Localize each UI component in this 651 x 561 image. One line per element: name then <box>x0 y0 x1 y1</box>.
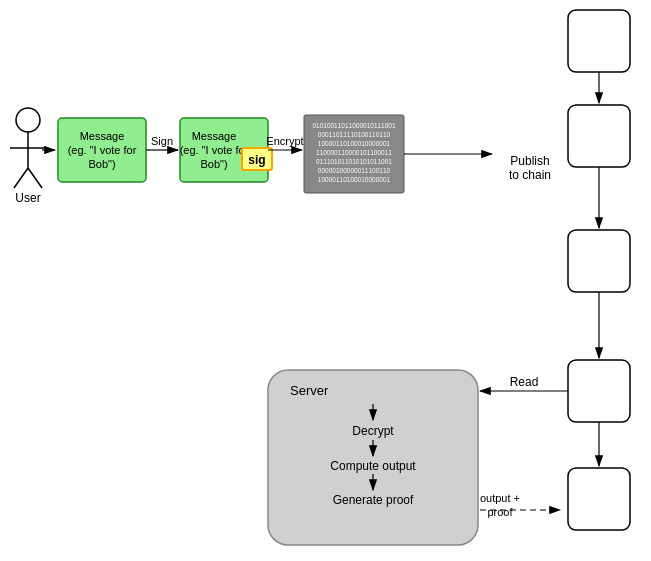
user-head <box>16 108 40 132</box>
enc-line2: 00011011110100110110 <box>318 131 391 138</box>
encrypt-label: Encrypt <box>266 135 303 147</box>
chain-box-2 <box>568 105 630 167</box>
enc-line1: 01010011011000010111001 <box>312 122 396 129</box>
enc-line4: 110000110000101100011 <box>316 149 392 156</box>
user-label: User <box>15 191 40 205</box>
chain-box-5 <box>568 468 630 530</box>
server-label: Server <box>290 383 329 398</box>
decrypt-label: Decrypt <box>352 424 394 438</box>
publish-line1: Publish <box>510 154 549 168</box>
enc-line5: 011101011010101011001 <box>316 158 392 165</box>
publish-line2: to chain <box>509 168 551 182</box>
message1-line2: (eg. "I vote for <box>68 144 137 156</box>
message1-line1: Message <box>80 130 125 142</box>
output-line2: proof <box>487 506 513 518</box>
user-right-leg <box>28 168 42 188</box>
chain-box-4 <box>568 360 630 422</box>
message2-line1: Message <box>192 130 237 142</box>
read-label: Read <box>510 375 539 389</box>
user-left-leg <box>14 168 28 188</box>
sign-label: Sign <box>151 135 173 147</box>
output-line1: output + <box>480 492 520 504</box>
enc-line6: 00000100000011100110 <box>318 167 391 174</box>
message2-line3: Bob") <box>200 158 227 170</box>
message2-line2: (eg. "I vote for <box>180 144 249 156</box>
chain-box-1 <box>568 10 630 72</box>
message1-line3: Bob") <box>88 158 115 170</box>
generate-label: Generate proof <box>333 493 414 507</box>
enc-line7: 10000110100010000001 <box>318 176 391 183</box>
compute-label: Compute output <box>330 459 416 473</box>
sig-label: sig <box>248 153 265 167</box>
enc-line3: 10000110100010000001 <box>318 140 391 147</box>
chain-box-3 <box>568 230 630 292</box>
